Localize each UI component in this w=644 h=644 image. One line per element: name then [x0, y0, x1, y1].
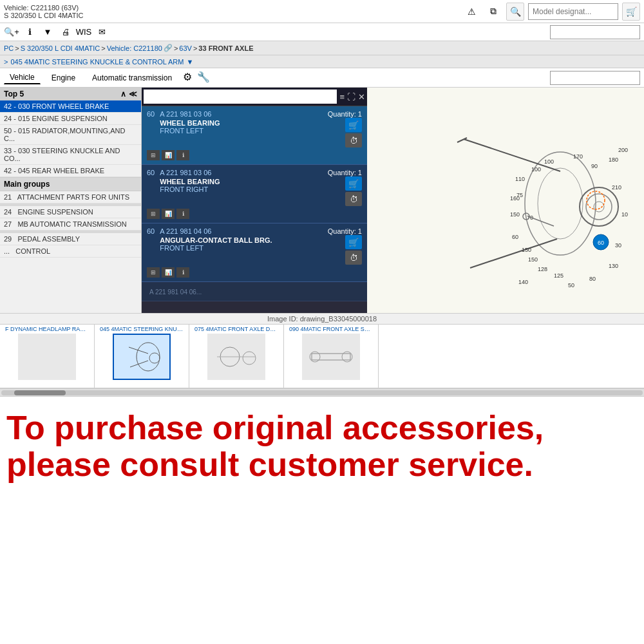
tab-engine[interactable]: Engine	[46, 71, 81, 84]
svg-text:90: 90	[591, 163, 598, 169]
toolbar-icon-2[interactable]: 🔧	[197, 71, 210, 84]
secondary-toolbar: 🔍+ ℹ ▼ 🖨 WIS ✉	[0, 23, 644, 41]
main-search-input[interactable]	[550, 25, 640, 39]
svg-text:150: 150	[522, 247, 531, 253]
svg-rect-46	[305, 337, 357, 376]
part-info-1: A 221 981 03 06 WHEEL BEARING FRONT RIGH…	[160, 169, 328, 193]
strip-item-3[interactable]: 090 4MATIC FRONT AXLE SHAFT D...	[284, 325, 379, 388]
top5-item-3[interactable]: 33 - 030 STEERING KNUCKLE AND CO...	[0, 145, 141, 165]
top5-item-1[interactable]: 24 - 015 ENGINE SUSPENSION	[0, 113, 141, 125]
group-item-27[interactable]: 27 MB AUTOMATIC TRANSMISSION	[0, 218, 141, 231]
strip-item-2[interactable]: 075 4MATIC FRONT AXLE DRIVE	[189, 325, 284, 388]
group-item-29[interactable]: 29 PEDAL ASSEMBLY	[0, 233, 141, 245]
part-qty-cart-1: Quantity: 1 🛒 ⏱	[328, 169, 362, 206]
part-card-3: A 221 981 04 06...	[142, 282, 367, 301]
part-chart-icon-1[interactable]: 📊	[162, 209, 175, 219]
scrollbar-area	[0, 389, 644, 397]
center-close-icon[interactable]: ✕	[358, 92, 365, 102]
breadcrumb-model[interactable]: S 320/350 L CDI 4MATIC	[21, 44, 100, 52]
breadcrumb-code[interactable]: 63V	[179, 44, 192, 52]
top5-item-0[interactable]: 42 - 030 FRONT WHEEL BRAKE	[0, 100, 141, 113]
svg-text:200: 200	[618, 147, 628, 153]
part-table-icon-0[interactable]: ⊞	[147, 150, 160, 160]
search-icon-btn[interactable]: 🔍	[506, 3, 524, 21]
center-panel: ≡ ⛶ ✕ 60 A 221 981 03 06 WHEEL BEARING F…	[142, 88, 367, 313]
top5-item-2[interactable]: 50 - 015 RADIATOR,MOUNTING,AND C...	[0, 125, 141, 145]
group-item-24[interactable]: 24 ENGINE SUSPENSION	[0, 206, 141, 218]
strip-label-0: F DYNAMIC HEADLAMP RANGE CONTROL, FRONT	[5, 326, 89, 332]
breadcrumb-pc[interactable]: PC	[4, 44, 14, 52]
part-chart-icon-2[interactable]: 📊	[162, 267, 175, 278]
cart-icon-btn[interactable]: 🛒	[622, 3, 640, 21]
cart-btn-2[interactable]: 🛒	[345, 235, 362, 249]
center-list-icon[interactable]: ≡	[339, 92, 345, 102]
toolbar-right	[550, 71, 640, 85]
svg-text:150: 150	[528, 256, 538, 263]
strip-thumb-2	[207, 334, 265, 380]
toolbar-icon-1[interactable]: ⚙	[183, 71, 192, 84]
group-item-control[interactable]: ... CONTROL	[0, 245, 141, 258]
cart-btn-0[interactable]: 🛒	[345, 118, 362, 132]
part-qty-0: Quantity: 1	[328, 110, 362, 118]
breadcrumb-current: 33 FRONT AXLE	[198, 44, 253, 52]
part-info-icon-1[interactable]: ℹ	[176, 209, 189, 219]
clock-btn-1[interactable]: ⏱	[345, 192, 362, 206]
wis-icon[interactable]: WIS	[76, 24, 91, 40]
clock-btn-2[interactable]: ⏱	[345, 251, 362, 265]
svg-text:140: 140	[518, 279, 528, 285]
part-icons-0: ⊞ 📊 ℹ	[147, 150, 362, 160]
breadcrumb: PC > S 320/350 L CDI 4MATIC > Vehicle: C…	[0, 41, 644, 55]
top5-item-4[interactable]: 42 - 045 REAR WHEEL BRAKE	[0, 165, 141, 177]
svg-text:60: 60	[598, 240, 604, 246]
tab-vehicle[interactable]: Vehicle	[4, 71, 41, 84]
topbar-right: ⚠ ⧉ 🔍 🛒	[462, 3, 640, 21]
part-pos-0: 60	[147, 110, 155, 118]
strip-item-0[interactable]: F DYNAMIC HEADLAMP RANGE CONTROL, FRONT	[0, 325, 95, 388]
part-table-icon-1[interactable]: ⊞	[147, 209, 160, 219]
svg-text:80: 80	[589, 276, 596, 282]
sub-breadcrumb-dropdown[interactable]: ▼	[186, 58, 193, 66]
model-search-input[interactable]	[528, 3, 618, 20]
part-chart-icon-0[interactable]: 📊	[162, 150, 175, 160]
part-detail-1: FRONT RIGHT	[160, 185, 328, 193]
mail-icon[interactable]: ✉	[94, 24, 109, 40]
part-name-2: ANGULAR-CONTACT BALL BRG.	[160, 236, 328, 244]
strip-label-2: 075 4MATIC FRONT AXLE DRIVE	[194, 326, 278, 332]
toolbar-search-input[interactable]	[550, 71, 640, 85]
copy-icon[interactable]: ⧉	[484, 3, 502, 21]
svg-text:180: 180	[609, 156, 618, 163]
topbar: Vehicle: C221180 (63V) S 320/350 L CDI 4…	[0, 0, 644, 23]
tab-automatic-transmission[interactable]: Automatic transmission	[86, 71, 178, 84]
warning-icon[interactable]: ⚠	[462, 3, 480, 21]
cart-btn-1[interactable]: 🛒	[345, 176, 362, 191]
part-info-icon-0[interactable]: ℹ	[176, 150, 189, 160]
top5-controls: ∧ ≪	[120, 90, 137, 99]
info-icon[interactable]: ℹ	[22, 24, 37, 40]
print-icon[interactable]: 🖨	[58, 24, 73, 40]
strip-item-1[interactable]: 045 4MATIC STEERING KNUCKLE & CONTROL AR…	[95, 325, 189, 388]
part-num-0: A 221 981 03 06	[160, 110, 328, 118]
top5-collapse[interactable]: ∧	[120, 90, 126, 99]
group-item-21[interactable]: 21 ATTACHMENT PARTS FOR UNITS	[0, 191, 141, 204]
sub-breadcrumb-label[interactable]: 045 4MATIC STEERING KNUCKLE & CONTROL AR…	[10, 58, 184, 66]
part-info-icon-2[interactable]: ℹ	[176, 267, 189, 278]
scroll-track[interactable]	[1, 390, 643, 395]
topbar-left: Vehicle: C221180 (63V) S 320/350 L CDI 4…	[4, 4, 84, 19]
scroll-thumb[interactable]	[14, 390, 66, 395]
part-detail-0: FRONT LEFT	[160, 127, 328, 135]
part-qty-2: Quantity: 1	[328, 227, 362, 235]
bottom-image-strip: F DYNAMIC HEADLAMP RANGE CONTROL, FRONT …	[0, 325, 644, 389]
filter-icon[interactable]: ▼	[40, 24, 55, 40]
clock-btn-0[interactable]: ⏱	[345, 133, 362, 147]
part-table-icon-2[interactable]: ⊞	[147, 267, 160, 278]
top5-back[interactable]: ≪	[129, 90, 137, 99]
breadcrumb-vehicle-link-icon[interactable]: 🔗	[164, 44, 173, 52]
center-expand-icon[interactable]: ⛶	[347, 92, 355, 102]
part-pos-2: 60	[147, 227, 155, 235]
right-panel: 60 200 180 90 170 100 100 110 75 70 60 2…	[367, 88, 644, 313]
center-search-input[interactable]	[144, 90, 337, 104]
breadcrumb-vehicle[interactable]: Vehicle: C221180	[107, 44, 162, 52]
zoom-in-icon[interactable]: 🔍+	[4, 24, 19, 40]
svg-text:100: 100	[531, 166, 541, 173]
part-qty-cart-2: Quantity: 1 🛒 ⏱	[328, 227, 362, 265]
